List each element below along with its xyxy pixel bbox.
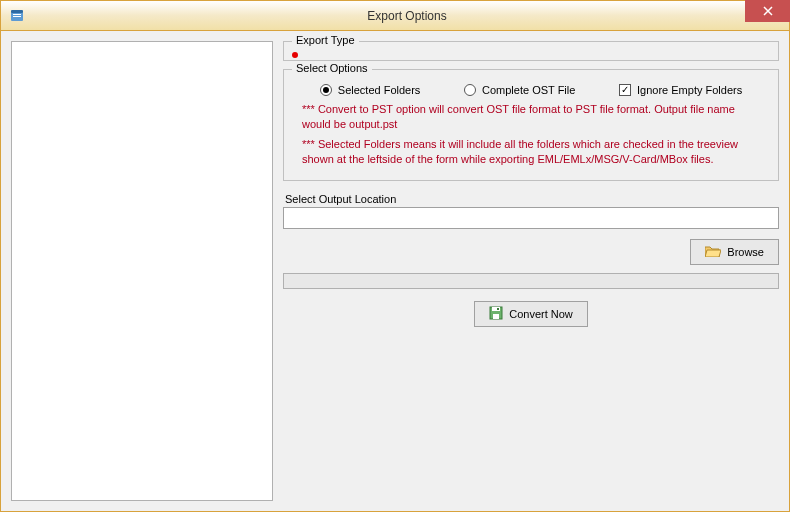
close-button[interactable]: [745, 0, 790, 22]
output-location-label: Select Output Location: [285, 193, 777, 205]
titlebar: Export Options: [1, 1, 789, 31]
checkbox-icon: [619, 84, 631, 96]
output-location-section: Select Output Location Browse: [283, 189, 779, 265]
complete-ost-label: Complete OST File: [482, 84, 575, 96]
close-icon: [763, 6, 773, 16]
svg-rect-3: [13, 16, 21, 17]
progress-bar: [283, 273, 779, 289]
svg-rect-1: [11, 10, 23, 13]
output-location-input[interactable]: [283, 207, 779, 229]
highlight-box: [292, 52, 298, 58]
svg-rect-7: [497, 308, 499, 310]
radio-icon: [320, 84, 332, 96]
svg-rect-6: [493, 314, 499, 319]
browse-label: Browse: [727, 246, 764, 258]
export-type-title: Export Type: [292, 34, 359, 46]
svg-rect-2: [13, 14, 21, 15]
select-options-title: Select Options: [292, 62, 372, 74]
convert-now-button[interactable]: Convert Now: [474, 301, 588, 327]
ignore-empty-option[interactable]: Ignore Empty Folders: [619, 84, 742, 96]
complete-ost-option[interactable]: Complete OST File: [464, 84, 575, 96]
note-selected-folders: *** Selected Folders means it will inclu…: [302, 137, 760, 168]
ignore-empty-label: Ignore Empty Folders: [637, 84, 742, 96]
browse-button[interactable]: Browse: [690, 239, 779, 265]
selected-folders-option[interactable]: Selected Folders: [320, 84, 421, 96]
disk-icon: [489, 306, 503, 322]
folder-open-icon: [705, 245, 721, 259]
app-icon: [9, 8, 25, 24]
selected-folders-label: Selected Folders: [338, 84, 421, 96]
export-type-group: Export Type: [283, 41, 779, 61]
export-options-window: Export Options Export Type Select Option…: [0, 0, 790, 512]
note-pst: *** Convert to PST option will convert O…: [302, 102, 760, 133]
convert-now-label: Convert Now: [509, 308, 573, 320]
radio-icon: [464, 84, 476, 96]
select-options-group: Select Options Selected Folders Complete…: [283, 69, 779, 181]
window-title: Export Options: [25, 9, 789, 23]
folder-tree[interactable]: [11, 41, 273, 501]
right-panel: Export Type Select Options Selected Fold…: [283, 41, 779, 501]
